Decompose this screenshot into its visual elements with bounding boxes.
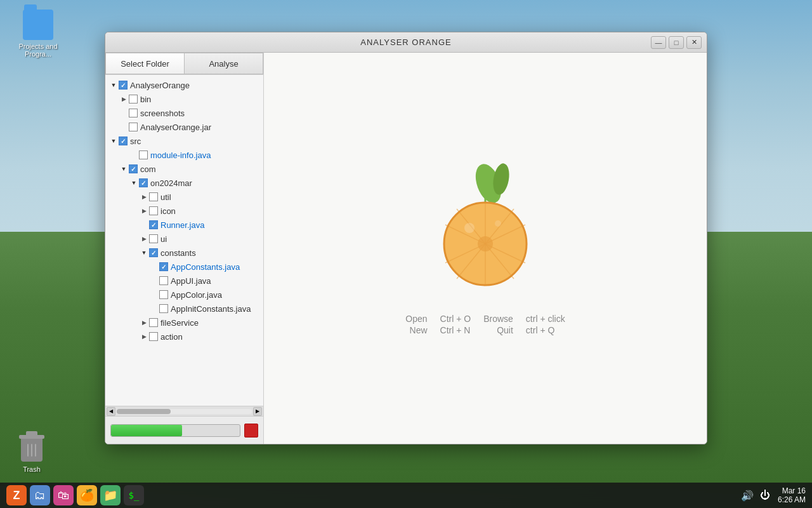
tree-label-appColor: AppColor.java (171, 290, 222, 300)
projects-desktop-icon[interactable]: Projects and Progra... (13, 10, 63, 58)
svg-point-13 (495, 220, 501, 227)
scroll-track[interactable] (117, 409, 252, 414)
tree-checkbox-analyserJar[interactable] (129, 123, 138, 131)
taskbar-store-icon[interactable]: 🛍 (53, 485, 74, 505)
tree-label-action: action (160, 332, 183, 342)
tree-item-ui[interactable]: ▶ ui (105, 232, 263, 246)
trash-icon-img (19, 436, 44, 464)
tree-checkbox-appUI[interactable] (159, 276, 168, 285)
tree-arrow-constants[interactable]: ▼ (139, 248, 149, 258)
right-panel: Open Ctrl + O Browse ctrl + click New Ct… (264, 53, 707, 444)
svg-point-12 (464, 223, 475, 233)
tree-label-icon: icon (160, 206, 176, 216)
scroll-left-arrow[interactable]: ◀ (107, 407, 115, 416)
tree-checkbox-constants[interactable] (149, 248, 158, 257)
tree-item-fileService[interactable]: ▶ fileService (105, 316, 263, 330)
tree-arrow-src[interactable]: ▼ (108, 136, 119, 146)
tree-checkbox-on2024mar[interactable] (139, 178, 148, 187)
minimize-button[interactable]: — (651, 36, 666, 49)
tree-checkbox-action[interactable] (149, 332, 158, 341)
taskbar-terminal-icon[interactable]: $_ (124, 485, 144, 505)
tree-item-src[interactable]: ▼ src (105, 134, 263, 148)
tree-arrow-util[interactable]: ▶ (139, 192, 149, 202)
tree-item-action[interactable]: ▶ action (105, 330, 263, 344)
tree-arrow-fileService[interactable]: ▶ (139, 318, 149, 328)
tree-item-icon[interactable]: ▶ icon (105, 204, 263, 218)
file-tree[interactable]: ▼ AnalyserOrange ▶ bin ▶ screensh (105, 75, 263, 406)
select-folder-tab[interactable]: Select Folder (105, 53, 184, 74)
tree-label-util: util (160, 192, 171, 202)
tree-checkbox-screenshots[interactable] (129, 109, 138, 117)
tree-item-appInit[interactable]: AppInitConstants.java (105, 302, 263, 316)
orange-logo (422, 161, 549, 288)
tree-item-appColor[interactable]: AppColor.java (105, 288, 263, 302)
tree-item-appConstants[interactable]: AppConstants.java (105, 260, 263, 274)
shortcut-open-key: Ctrl + O (440, 314, 471, 324)
left-panel: Select Folder Analyse ▼ AnalyserOrange ▶ (105, 53, 264, 444)
tree-arrow-analyserJar: ▶ (119, 122, 129, 132)
shortcut-quit-key: ctrl + Q (526, 325, 565, 335)
tree-arrow-screenshots: ▶ (119, 108, 129, 118)
tree-item-screenshots[interactable]: ▶ screenshots (105, 106, 263, 120)
shortcut-new-label: New (405, 325, 427, 335)
tree-label-bin: bin (140, 95, 151, 104)
tree-checkbox-fileService[interactable] (149, 318, 158, 327)
tree-checkbox-appConstants[interactable] (159, 262, 168, 271)
horizontal-scrollbar[interactable]: ◀ ▶ (105, 406, 263, 416)
trash-label: Trash (23, 465, 41, 473)
close-button[interactable]: ✕ (686, 36, 702, 49)
tree-checkbox-ui[interactable] (149, 234, 158, 243)
tree-arrow-action[interactable]: ▶ (139, 331, 149, 342)
taskbar-zorin-icon[interactable]: Z (6, 485, 27, 505)
tree-item-appUI[interactable]: AppUI.java (105, 274, 263, 288)
window-title: ANALYSER ORANGE (360, 37, 451, 47)
tree-arrow-icon[interactable]: ▶ (139, 206, 149, 216)
tree-arrow-bin[interactable]: ▶ (119, 94, 129, 104)
tree-arrow-analyserOrange[interactable]: ▼ (108, 80, 119, 90)
shortcuts-grid: Open Ctrl + O Browse ctrl + click New Ct… (405, 314, 565, 335)
scroll-thumb[interactable] (117, 409, 171, 414)
tree-item-constants[interactable]: ▼ constants (105, 246, 263, 260)
taskbar-clock: Mar 16 6:26 AM (778, 486, 806, 504)
tree-arrow-on2024mar[interactable]: ▼ (129, 178, 139, 188)
tree-checkbox-com[interactable] (129, 164, 138, 173)
tree-checkbox-bin[interactable] (129, 95, 138, 104)
tree-item-runnerJava[interactable]: Runner.java (105, 218, 263, 232)
volume-icon[interactable]: 🔊 (741, 490, 754, 502)
shortcut-browse-key: ctrl + click (526, 314, 565, 324)
tree-checkbox-runnerJava[interactable] (149, 220, 158, 229)
taskbar-analyser-icon[interactable]: 🍊 (77, 485, 97, 505)
tree-item-moduleInfo[interactable]: module-info.java (105, 148, 263, 162)
taskbar-filebrowser-icon[interactable]: 📁 (100, 485, 121, 505)
tree-item-bin[interactable]: ▶ bin (105, 92, 263, 106)
tree-checkbox-appColor[interactable] (159, 290, 168, 299)
tree-arrow-moduleInfo (129, 150, 139, 160)
tree-checkbox-icon[interactable] (149, 206, 158, 215)
stop-button[interactable] (244, 424, 258, 438)
tree-label-moduleInfo: module-info.java (150, 150, 211, 160)
tree-item-analyserJar[interactable]: ▶ AnalyserOrange.jar (105, 120, 263, 134)
window-controls: — □ ✕ (651, 36, 702, 49)
tree-label-appConstants: AppConstants.java (171, 262, 240, 272)
tree-item-util[interactable]: ▶ util (105, 190, 263, 204)
scroll-right-arrow[interactable]: ▶ (253, 407, 262, 416)
svg-point-9 (478, 236, 493, 251)
trash-desktop-icon[interactable]: Trash (13, 436, 51, 473)
tree-item-analyserOrange[interactable]: ▼ AnalyserOrange (105, 78, 263, 92)
tree-item-com[interactable]: ▼ com (105, 162, 263, 176)
app-content: Select Folder Analyse ▼ AnalyserOrange ▶ (105, 53, 707, 444)
tree-checkbox-util[interactable] (149, 192, 158, 201)
tab-buttons: Select Folder Analyse (105, 53, 263, 75)
tree-checkbox-moduleInfo[interactable] (139, 150, 148, 159)
maximize-button[interactable]: □ (669, 36, 684, 49)
tree-item-on2024mar[interactable]: ▼ on2024mar (105, 176, 263, 190)
tree-checkbox-analyserOrange[interactable] (119, 81, 128, 90)
tree-arrow-com[interactable]: ▼ (119, 164, 129, 174)
tree-label-runnerJava: Runner.java (160, 220, 204, 230)
taskbar-files-icon[interactable]: 🗂 (30, 485, 50, 505)
analyse-tab[interactable]: Analyse (184, 53, 263, 74)
tree-checkbox-src[interactable] (119, 137, 128, 145)
tree-checkbox-appInit[interactable] (159, 304, 168, 313)
tree-arrow-ui[interactable]: ▶ (139, 234, 149, 244)
power-icon[interactable]: ⏻ (760, 490, 770, 501)
